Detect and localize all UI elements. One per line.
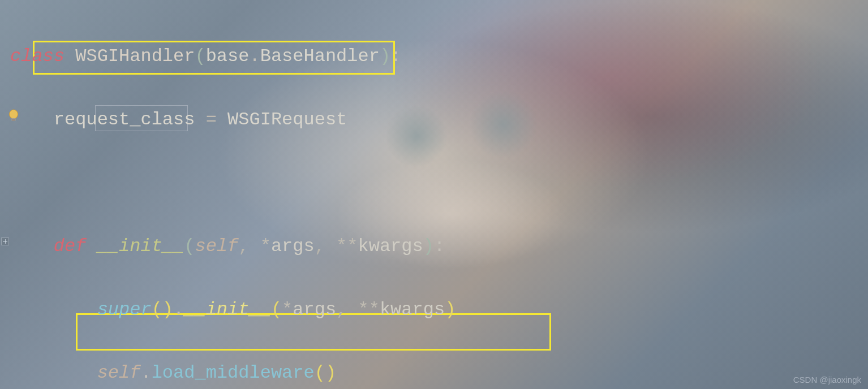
- code-line-2: request_class = WSGIRequest: [10, 104, 868, 136]
- watermark: CSDN @jiaoxingk: [793, 375, 861, 384]
- code-line-4: def __init__(self, *args, **kwargs):: [10, 231, 868, 262]
- code-line-1: class WSGIHandler(base.BaseHandler):: [10, 41, 868, 72]
- code-line-3: [10, 167, 868, 199]
- code-editor[interactable]: class WSGIHandler(base.BaseHandler): req…: [0, 0, 868, 389]
- fold-icon[interactable]: [1, 237, 9, 245]
- method-init: __init__: [97, 236, 184, 257]
- svg-point-0: [10, 110, 18, 119]
- lightbulb-icon[interactable]: [8, 109, 19, 123]
- code-line-6: self.load_middleware(): [10, 357, 868, 389]
- class-name: WSGIHandler: [75, 46, 195, 67]
- gutter: [0, 0, 23, 389]
- keyword-def: def: [54, 236, 87, 257]
- code-line-5: super().__init__(*args, **kwargs): [10, 294, 868, 326]
